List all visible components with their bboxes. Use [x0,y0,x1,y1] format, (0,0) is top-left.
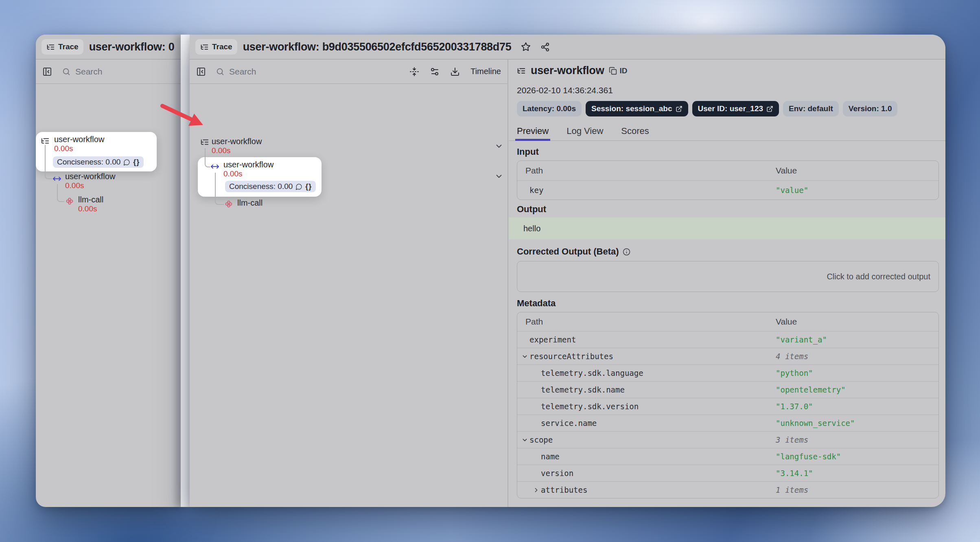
trace-badge-label: Trace [212,42,232,51]
metadata-table-row[interactable]: telemetry.sdk.language "python" [517,364,938,381]
info-icon[interactable] [623,248,630,256]
attribute-badge[interactable]: Env: default [783,101,839,116]
share-icon [540,42,550,52]
tree-node-root[interactable]: user-workflow 0.00s [54,135,104,153]
tree-node-llm-call[interactable]: llm-call 0.00s [78,195,103,213]
front-window-title: user-workflow: b9d035506502efcfd56520033… [243,41,512,53]
observation-title: user-workflow [531,64,604,77]
timeline-toggle[interactable]: Timeline [470,67,501,76]
panel-left-close-icon [42,67,52,77]
attribute-badge[interactable]: Session: session_abc [586,101,688,116]
search-icon [216,67,225,76]
chevron-icon[interactable] [521,353,528,360]
copy-icon [609,67,617,75]
tree-node-root[interactable]: user-workflow 0.00s [212,137,262,155]
json-braces-icon: {} [305,182,312,191]
node-label: user-workflow [54,135,104,144]
row-path: service.name [517,419,597,428]
tree-node-child[interactable]: user-workflow 0.00s [223,160,273,178]
share-button[interactable] [540,42,550,52]
tab-label: Log View [567,126,603,136]
copy-id-button[interactable]: ID [609,66,627,75]
chevron-icon[interactable] [521,437,528,443]
metadata-table-row[interactable]: telemetry.sdk.name "opentelemetry" [517,381,938,398]
id-label: ID [619,66,627,75]
attribute-badge[interactable]: Latency: 0.00s [517,101,582,116]
detail-tab[interactable]: Scores [621,121,649,140]
comment-bubble-icon [295,183,302,190]
row-value: "1.37.0" [776,402,813,411]
metadata-table-row[interactable]: telemetry.sdk.version "1.37.0" [517,398,938,415]
column-path: Path [517,166,543,176]
metadata-table-row[interactable]: experiment "variant_a" [517,331,938,348]
metadata-table-row[interactable]: scope 3 items [517,431,938,448]
row-value: 4 items [776,352,808,361]
bookmark-button[interactable] [521,42,531,52]
input-section-heading: Input [517,147,539,157]
detail-panel: user-workflow ID 2026-02-10 14:36:24.361… [509,59,945,507]
panel-divider[interactable] [508,59,508,507]
detail-tab[interactable]: Preview [517,121,549,140]
list-tree-icon [517,66,526,75]
chevron-down-icon [494,172,503,181]
tree-node-llm-call[interactable]: llm-call [237,198,262,208]
chevron-icon[interactable] [533,487,540,494]
row-path: attributes [517,485,587,494]
row-value: "python" [776,369,813,377]
collapse-node-button[interactable] [494,172,503,181]
collapse-all-button[interactable] [409,67,419,77]
collapse-panel-button[interactable] [42,67,52,77]
back-window-titlebar: Trace user-workflow: 0bde [36,35,181,59]
search-placeholder: Search [75,67,103,77]
attribute-badge[interactable]: Version: 1.0 [843,101,898,116]
row-value: "langfuse-sdk" [776,452,841,461]
metadata-table-row[interactable]: resourceAttributes 4 items [517,348,938,364]
json-braces-icon: {} [133,158,140,167]
input-table-header: Path Value [517,161,938,180]
trace-timestamp: 2026-02-10 14:36:24.361 [517,86,613,95]
download-button[interactable] [450,67,460,77]
attribute-badge[interactable]: User ID: user_123 [692,101,779,116]
metadata-table-header: Path Value [517,312,938,331]
score-badge[interactable]: Conciseness: 0.00 {} [225,181,316,192]
metadata-table-row[interactable]: attributes 1 items [517,481,938,498]
row-value: "3.14.1" [776,469,813,478]
metadata-table-row[interactable]: service.name "unknown_service" [517,415,938,431]
desktop-background: Trace user-workflow: 0bde Search user-wo… [0,0,980,542]
node-duration: 0.00s [78,204,103,213]
output-section-heading: Output [517,204,546,215]
input-table-row[interactable]: key "value" [517,180,938,200]
metadata-table-row[interactable]: version "3.14.1" [517,465,938,481]
node-label: llm-call [237,198,262,208]
node-label: llm-call [78,195,103,204]
tab-label: Preview [517,126,549,136]
trace-badge-label: Trace [58,42,79,51]
input-table: Path Value key "value" [517,160,939,200]
trace-node-icon [41,136,50,145]
back-window-title: user-workflow: 0bde [89,41,175,53]
star-icon [521,42,531,52]
row-path: resourceAttributes [517,352,613,361]
score-badge[interactable]: Conciseness: 0.00 {} [53,156,144,168]
back-search-input[interactable]: Search [62,67,103,77]
tree-connector [45,145,52,179]
front-search-input[interactable]: Search [216,67,256,77]
row-value: "opentelemetry" [776,385,846,394]
corrected-output-box[interactable]: Click to add corrected output [517,261,939,292]
tree-node-child[interactable]: user-workflow 0.00s [65,172,115,190]
row-path: scope [517,435,553,444]
view-settings-button[interactable] [430,67,440,77]
list-tree-icon [200,43,209,51]
metadata-table-row[interactable]: name "langfuse-sdk" [517,448,938,465]
trace-type-badge: Trace [195,39,237,55]
node-duration: 0.00s [212,146,262,155]
front-trace-window: Trace user-workflow: b9d035506502efcfd56… [190,35,945,507]
collapse-node-button[interactable] [494,142,503,151]
node-duration: 0.00s [65,181,115,190]
generation-node-icon [224,200,233,208]
detail-tab[interactable]: Log View [567,121,603,140]
chevron-down-icon [494,142,503,151]
back-tree-area: user-workflow 0.00s Conciseness: 0.00 {}… [36,84,181,507]
node-label: user-workflow [212,137,262,146]
collapse-panel-button[interactable] [196,67,206,77]
